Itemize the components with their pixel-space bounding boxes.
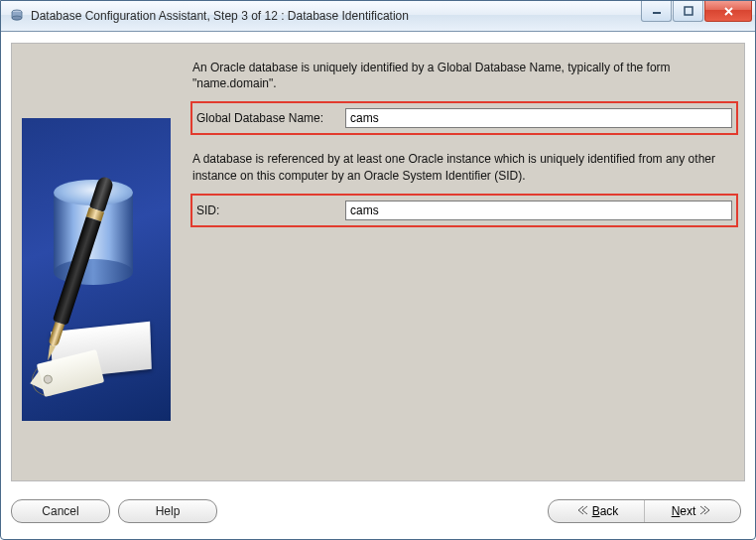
- help-button[interactable]: Help: [118, 499, 217, 523]
- wizard-footer: Cancel Help Back Next: [11, 493, 745, 529]
- global-db-name-input[interactable]: [345, 108, 732, 128]
- back-button[interactable]: Back: [549, 500, 644, 522]
- wizard-content: An Oracle database is uniquely identifie…: [11, 43, 745, 481]
- sid-row: SID:: [192, 196, 736, 225]
- global-db-name-label: Global Database Name:: [196, 111, 345, 125]
- wizard-main-panel: An Oracle database is uniquely identifie…: [192, 52, 736, 472]
- intro-text-2: A database is referenced by at least one…: [192, 151, 736, 183]
- svg-rect-2: [685, 7, 693, 15]
- side-illustration: [22, 118, 171, 421]
- cancel-button[interactable]: Cancel: [11, 499, 110, 523]
- chevron-left-icon: [578, 504, 588, 518]
- titlebar: Database Configuration Assistant, Step 3…: [1, 1, 755, 32]
- close-button[interactable]: [704, 1, 752, 22]
- app-icon: [9, 8, 25, 24]
- window-controls: [641, 1, 753, 21]
- intro-text-1: An Oracle database is uniquely identifie…: [192, 60, 736, 91]
- maximize-button[interactable]: [673, 1, 703, 22]
- dbca-window: Database Configuration Assistant, Step 3…: [0, 0, 756, 540]
- global-db-name-row: Global Database Name:: [192, 103, 736, 133]
- back-label-rest: ack: [600, 504, 619, 518]
- next-label-rest: ext: [680, 504, 695, 518]
- minimize-button[interactable]: [641, 1, 672, 22]
- sid-input[interactable]: [345, 201, 732, 220]
- window-title: Database Configuration Assistant, Step 3…: [31, 9, 409, 23]
- nav-buttons: Back Next: [548, 499, 741, 523]
- svg-point-1: [12, 16, 22, 20]
- sid-label: SID:: [196, 203, 345, 217]
- back-mnemonic: B: [592, 504, 600, 518]
- next-button[interactable]: Next: [644, 500, 740, 522]
- chevron-right-icon: [699, 504, 709, 518]
- next-mnemonic: N: [672, 504, 681, 518]
